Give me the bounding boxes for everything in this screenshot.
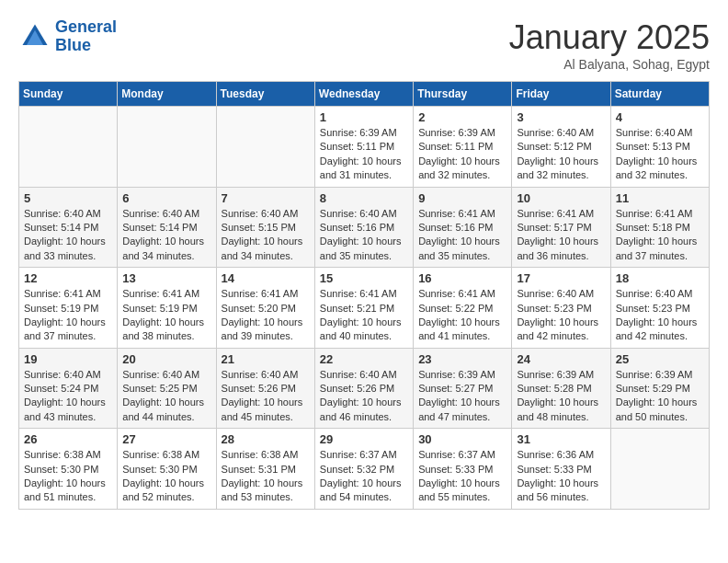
day-number: 14 — [222, 271, 310, 285]
page-header: General Blue January 2025 Al Balyana, So… — [18, 18, 710, 72]
calendar-cell — [118, 107, 216, 188]
day-info: Sunrise: 6:37 AMSunset: 5:33 PMDaylight:… — [418, 448, 506, 505]
calendar-table: Sunday Monday Tuesday Wednesday Thursday… — [18, 81, 710, 510]
calendar-header-row: Sunday Monday Tuesday Wednesday Thursday… — [19, 82, 710, 107]
day-number: 31 — [517, 432, 605, 446]
calendar-cell: 29Sunrise: 6:37 AMSunset: 5:32 PMDayligh… — [314, 429, 413, 510]
day-info: Sunrise: 6:41 AMSunset: 5:18 PMDaylight:… — [616, 207, 704, 264]
col-thursday: Thursday — [414, 82, 512, 107]
day-info: Sunrise: 6:41 AMSunset: 5:19 PMDaylight:… — [24, 287, 112, 344]
day-number: 26 — [24, 432, 112, 446]
day-info: Sunrise: 6:37 AMSunset: 5:32 PMDaylight:… — [320, 448, 408, 505]
day-number: 21 — [222, 352, 310, 366]
title-block: January 2025 Al Balyana, Sohag, Egypt — [509, 18, 710, 72]
logo-text: General Blue — [55, 18, 117, 55]
day-number: 28 — [222, 432, 310, 446]
calendar-cell: 31Sunrise: 6:36 AMSunset: 5:33 PMDayligh… — [512, 429, 610, 510]
calendar-cell — [19, 107, 118, 188]
day-info: Sunrise: 6:40 AMSunset: 5:15 PMDaylight:… — [222, 207, 310, 264]
calendar-cell: 4Sunrise: 6:40 AMSunset: 5:13 PMDaylight… — [610, 107, 709, 188]
calendar-cell: 20Sunrise: 6:40 AMSunset: 5:25 PMDayligh… — [118, 348, 216, 429]
calendar-week-row: 5Sunrise: 6:40 AMSunset: 5:14 PMDaylight… — [19, 187, 710, 268]
calendar-cell: 5Sunrise: 6:40 AMSunset: 5:14 PMDaylight… — [19, 187, 118, 268]
day-number: 18 — [616, 271, 704, 285]
day-info: Sunrise: 6:41 AMSunset: 5:16 PMDaylight:… — [418, 207, 506, 264]
calendar-cell: 15Sunrise: 6:41 AMSunset: 5:21 PMDayligh… — [314, 268, 413, 349]
day-number: 27 — [122, 432, 210, 446]
day-number: 7 — [222, 191, 310, 205]
day-info: Sunrise: 6:39 AMSunset: 5:28 PMDaylight:… — [517, 368, 605, 425]
day-number: 15 — [320, 271, 408, 285]
calendar-cell — [610, 429, 709, 510]
day-info: Sunrise: 6:40 AMSunset: 5:16 PMDaylight:… — [320, 207, 408, 264]
day-info: Sunrise: 6:39 AMSunset: 5:27 PMDaylight:… — [418, 368, 506, 425]
calendar-cell: 28Sunrise: 6:38 AMSunset: 5:31 PMDayligh… — [216, 429, 314, 510]
calendar-cell: 24Sunrise: 6:39 AMSunset: 5:28 PMDayligh… — [512, 348, 610, 429]
location-subtitle: Al Balyana, Sohag, Egypt — [509, 57, 710, 72]
day-number: 1 — [320, 110, 408, 124]
day-number: 3 — [517, 110, 605, 124]
col-friday: Friday — [512, 82, 610, 107]
calendar-cell: 7Sunrise: 6:40 AMSunset: 5:15 PMDaylight… — [216, 187, 314, 268]
day-number: 4 — [616, 110, 704, 124]
calendar-cell: 1Sunrise: 6:39 AMSunset: 5:11 PMDaylight… — [314, 107, 413, 188]
day-number: 6 — [122, 191, 210, 205]
col-sunday: Sunday — [19, 82, 118, 107]
day-number: 5 — [24, 191, 112, 205]
day-info: Sunrise: 6:40 AMSunset: 5:26 PMDaylight:… — [222, 368, 310, 425]
day-info: Sunrise: 6:39 AMSunset: 5:29 PMDaylight:… — [616, 368, 704, 425]
calendar-cell: 10Sunrise: 6:41 AMSunset: 5:17 PMDayligh… — [512, 187, 610, 268]
day-number: 2 — [418, 110, 506, 124]
day-info: Sunrise: 6:40 AMSunset: 5:23 PMDaylight:… — [616, 287, 704, 344]
day-number: 22 — [320, 352, 408, 366]
day-info: Sunrise: 6:40 AMSunset: 5:14 PMDaylight:… — [24, 207, 112, 264]
calendar-cell: 19Sunrise: 6:40 AMSunset: 5:24 PMDayligh… — [19, 348, 118, 429]
day-info: Sunrise: 6:40 AMSunset: 5:23 PMDaylight:… — [517, 287, 605, 344]
col-monday: Monday — [118, 82, 216, 107]
day-info: Sunrise: 6:40 AMSunset: 5:25 PMDaylight:… — [122, 368, 210, 425]
day-number: 17 — [517, 271, 605, 285]
calendar-cell: 27Sunrise: 6:38 AMSunset: 5:30 PMDayligh… — [118, 429, 216, 510]
day-info: Sunrise: 6:40 AMSunset: 5:26 PMDaylight:… — [320, 368, 408, 425]
logo: General Blue — [18, 18, 117, 55]
day-info: Sunrise: 6:38 AMSunset: 5:31 PMDaylight:… — [222, 448, 310, 505]
logo-icon — [18, 20, 51, 53]
calendar-cell: 21Sunrise: 6:40 AMSunset: 5:26 PMDayligh… — [216, 348, 314, 429]
calendar-cell: 2Sunrise: 6:39 AMSunset: 5:11 PMDaylight… — [414, 107, 512, 188]
calendar-cell: 3Sunrise: 6:40 AMSunset: 5:12 PMDaylight… — [512, 107, 610, 188]
calendar-week-row: 1Sunrise: 6:39 AMSunset: 5:11 PMDaylight… — [19, 107, 710, 188]
calendar-cell: 8Sunrise: 6:40 AMSunset: 5:16 PMDaylight… — [314, 187, 413, 268]
col-saturday: Saturday — [610, 82, 709, 107]
month-title: January 2025 — [509, 18, 710, 57]
day-info: Sunrise: 6:41 AMSunset: 5:19 PMDaylight:… — [122, 287, 210, 344]
day-info: Sunrise: 6:40 AMSunset: 5:14 PMDaylight:… — [122, 207, 210, 264]
day-number: 20 — [122, 352, 210, 366]
calendar-cell: 13Sunrise: 6:41 AMSunset: 5:19 PMDayligh… — [118, 268, 216, 349]
day-number: 13 — [122, 271, 210, 285]
day-info: Sunrise: 6:41 AMSunset: 5:20 PMDaylight:… — [222, 287, 310, 344]
day-number: 10 — [517, 191, 605, 205]
day-info: Sunrise: 6:40 AMSunset: 5:12 PMDaylight:… — [517, 126, 605, 183]
logo-line1: General — [55, 17, 117, 36]
day-number: 30 — [418, 432, 506, 446]
calendar-cell: 23Sunrise: 6:39 AMSunset: 5:27 PMDayligh… — [414, 348, 512, 429]
day-info: Sunrise: 6:41 AMSunset: 5:21 PMDaylight:… — [320, 287, 408, 344]
calendar-cell: 26Sunrise: 6:38 AMSunset: 5:30 PMDayligh… — [19, 429, 118, 510]
day-info: Sunrise: 6:39 AMSunset: 5:11 PMDaylight:… — [418, 126, 506, 183]
calendar-cell: 14Sunrise: 6:41 AMSunset: 5:20 PMDayligh… — [216, 268, 314, 349]
day-number: 23 — [418, 352, 506, 366]
day-info: Sunrise: 6:41 AMSunset: 5:22 PMDaylight:… — [418, 287, 506, 344]
calendar-cell: 9Sunrise: 6:41 AMSunset: 5:16 PMDaylight… — [414, 187, 512, 268]
day-info: Sunrise: 6:38 AMSunset: 5:30 PMDaylight:… — [122, 448, 210, 505]
logo-line2: Blue — [55, 36, 91, 54]
calendar-cell: 22Sunrise: 6:40 AMSunset: 5:26 PMDayligh… — [314, 348, 413, 429]
day-number: 16 — [418, 271, 506, 285]
calendar-cell: 30Sunrise: 6:37 AMSunset: 5:33 PMDayligh… — [414, 429, 512, 510]
day-info: Sunrise: 6:38 AMSunset: 5:30 PMDaylight:… — [24, 448, 112, 505]
calendar-week-row: 26Sunrise: 6:38 AMSunset: 5:30 PMDayligh… — [19, 429, 710, 510]
day-info: Sunrise: 6:40 AMSunset: 5:24 PMDaylight:… — [24, 368, 112, 425]
day-number: 8 — [320, 191, 408, 205]
calendar-cell: 12Sunrise: 6:41 AMSunset: 5:19 PMDayligh… — [19, 268, 118, 349]
day-number: 19 — [24, 352, 112, 366]
day-number: 9 — [418, 191, 506, 205]
